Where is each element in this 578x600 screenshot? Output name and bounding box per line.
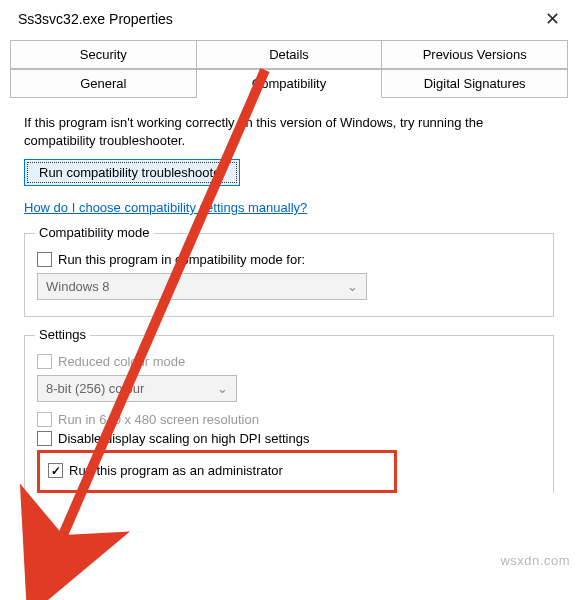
chevron-down-icon: ⌄ — [347, 279, 358, 294]
tab-security[interactable]: Security — [10, 40, 197, 69]
window-title: Ss3svc32.exe Properties — [18, 11, 173, 27]
intro-text: If this program isn't working correctly … — [24, 114, 554, 149]
run-as-admin-checkbox[interactable] — [48, 463, 63, 478]
tab-digital-signatures[interactable]: Digital Signatures — [382, 69, 568, 98]
tab-compatibility[interactable]: Compatibility — [197, 69, 383, 98]
settings-group-label: Settings — [35, 327, 90, 342]
close-icon[interactable]: ✕ — [539, 8, 566, 30]
tab-previous-versions[interactable]: Previous Versions — [382, 40, 568, 69]
compatibility-mode-group: Compatibility mode Run this program in c… — [24, 233, 554, 317]
compat-mode-dropdown[interactable]: Windows 8 ⌄ — [37, 273, 367, 300]
tab-content: If this program isn't working correctly … — [0, 98, 578, 509]
run-troubleshooter-button[interactable]: Run compatibility troubleshooter — [24, 159, 240, 186]
tab-general[interactable]: General — [10, 69, 197, 98]
settings-group: Settings Reduced colour mode 8-bit (256)… — [24, 335, 554, 493]
run-as-admin-highlight: Run this program as an administrator — [37, 450, 397, 493]
compat-mode-dropdown-value: Windows 8 — [46, 279, 110, 294]
help-link[interactable]: How do I choose compatibility settings m… — [24, 200, 307, 215]
lowres-label: Run in 640 x 480 screen resolution — [58, 412, 259, 427]
colour-depth-dropdown: 8-bit (256) colour ⌄ — [37, 375, 237, 402]
dpi-scaling-label: Disable display scaling on high DPI sett… — [58, 431, 309, 446]
colour-depth-value: 8-bit (256) colour — [46, 381, 144, 396]
reduced-colour-label: Reduced colour mode — [58, 354, 185, 369]
chevron-down-icon: ⌄ — [217, 381, 228, 396]
dpi-scaling-checkbox[interactable] — [37, 431, 52, 446]
run-as-admin-label: Run this program as an administrator — [69, 463, 283, 478]
tab-strip: Security Details Previous Versions Gener… — [0, 36, 578, 98]
compat-mode-group-label: Compatibility mode — [35, 225, 154, 240]
reduced-colour-checkbox — [37, 354, 52, 369]
compat-mode-checkbox[interactable] — [37, 252, 52, 267]
compat-mode-checkbox-label: Run this program in compatibility mode f… — [58, 252, 305, 267]
tab-details[interactable]: Details — [197, 40, 383, 69]
watermark: wsxdn.com — [500, 553, 570, 568]
lowres-checkbox — [37, 412, 52, 427]
